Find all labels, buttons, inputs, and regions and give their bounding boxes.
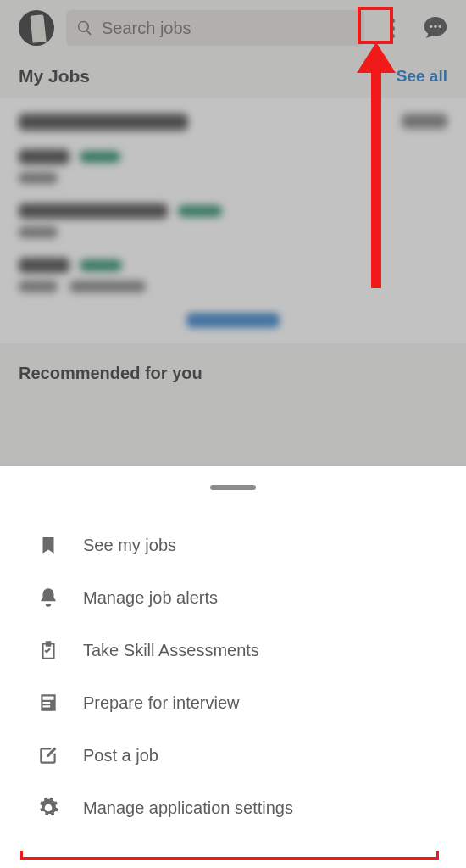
menu-item-manage-application-settings[interactable]: Manage application settings <box>0 782 466 834</box>
bookmark-icon <box>37 534 59 556</box>
svg-point-0 <box>430 25 432 27</box>
svg-point-1 <box>434 25 436 27</box>
recent-search-item[interactable] <box>19 258 447 293</box>
recent-search-item[interactable] <box>19 149 447 185</box>
see-all-link[interactable]: See all <box>397 67 447 86</box>
jobs-page: Search jobs My Jobs See all <box>0 0 466 466</box>
menu-label: See my jobs <box>83 536 176 555</box>
recent-searches-header <box>19 114 447 131</box>
bell-icon <box>37 587 59 609</box>
menu-item-take-skill-assessments[interactable]: Take Skill Assessments <box>0 624 466 676</box>
see-more-link[interactable] <box>19 312 447 328</box>
gear-icon <box>37 797 59 819</box>
my-jobs-title: My Jobs <box>19 66 90 86</box>
edit-icon <box>37 744 59 766</box>
menu-item-manage-job-alerts[interactable]: Manage job alerts <box>0 571 466 624</box>
svg-point-2 <box>439 25 441 27</box>
menu-label: Take Skill Assessments <box>83 641 259 660</box>
annotation-highlight-more <box>358 7 393 44</box>
chat-icon <box>422 14 449 41</box>
my-jobs-header: My Jobs See all <box>0 54 466 98</box>
menu-label: Post a job <box>83 746 158 765</box>
menu-item-prepare-for-interview[interactable]: Prepare for interview <box>0 676 466 729</box>
messages-button[interactable] <box>422 14 451 42</box>
document-icon <box>37 692 59 714</box>
recent-search-item[interactable] <box>19 203 447 239</box>
sheet-drag-handle[interactable] <box>210 485 256 490</box>
search-placeholder: Search jobs <box>102 19 191 38</box>
profile-avatar[interactable] <box>19 10 54 46</box>
menu-label: Manage job alerts <box>83 588 218 608</box>
search-icon <box>76 19 93 36</box>
menu-item-see-my-jobs[interactable]: See my jobs <box>0 519 466 571</box>
clipboard-check-icon <box>37 639 59 661</box>
menu-label: Prepare for interview <box>83 693 240 713</box>
sheet-menu: See my jobs Manage job alerts Take Skill… <box>0 519 466 834</box>
menu-label: Manage application settings <box>83 798 293 818</box>
recent-searches-card <box>0 98 466 343</box>
recommended-title: Recommended for you <box>0 343 466 383</box>
menu-item-post-a-job[interactable]: Post a job <box>0 729 466 782</box>
topbar: Search jobs <box>0 0 466 54</box>
search-input[interactable]: Search jobs <box>66 10 364 46</box>
actions-bottom-sheet: See my jobs Manage job alerts Take Skill… <box>0 466 466 851</box>
